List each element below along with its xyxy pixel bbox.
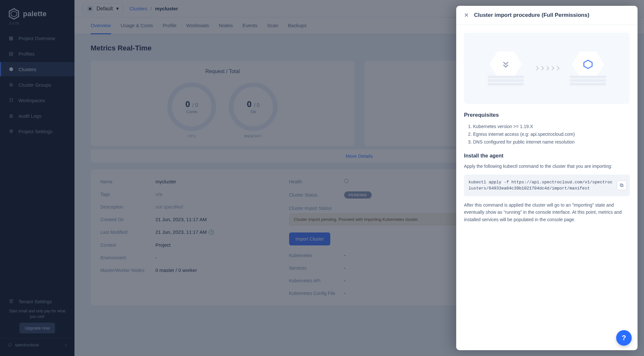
details-col-2: Health Cluster StatusPENDING Cluster Imp… [289, 179, 465, 296]
breadcrumb-root[interactable]: Clusters [130, 6, 147, 11]
code-block: kubectl apply -f https://api.spectroclou… [464, 175, 630, 196]
tab-overview[interactable]: Overview [91, 17, 111, 34]
tab-backups[interactable]: Backups [288, 17, 307, 34]
close-icon[interactable]: ✕ [464, 12, 469, 19]
tab-usage-costs[interactable]: Usage & Costs [121, 17, 153, 34]
sidebar-item-overview[interactable]: ▦Project Overview [0, 31, 74, 45]
sidebar-item-project-settings[interactable]: ⚙Project Settings [0, 124, 74, 138]
svg-rect-3 [621, 185, 623, 187]
app-root: palette 3.4.08 ▦Project Overview ▤Profil… [0, 0, 644, 356]
svg-marker-1 [11, 11, 17, 17]
workspace-icon: ☷ [8, 97, 14, 103]
upgrade-text: Start small and only pay for what you us… [6, 308, 68, 319]
copy-icon [619, 183, 624, 188]
grid-icon: ▦ [8, 35, 14, 41]
cluster-name-value: mycluster [155, 179, 176, 184]
drawer-title: Cluster import procedure (Full Permissio… [474, 12, 589, 18]
tab-workloads[interactable]: Workloads [186, 17, 209, 34]
svg-marker-2 [584, 60, 592, 69]
tab-nodes[interactable]: Nodes [219, 17, 233, 34]
chevron-left-icon: ‹ [65, 342, 66, 347]
gauge-cpu: 0 / 0 Cores CPU [167, 82, 216, 138]
status-badge: PENDING [344, 191, 372, 199]
group-icon: ⧉ [8, 82, 14, 88]
install-text: Apply the following kubectl command to t… [464, 163, 630, 170]
sidebar-item-clusters[interactable]: ⬢Clusters [0, 62, 74, 76]
import-status-banner: Cluster import pending. Proceed with imp… [289, 213, 465, 225]
after-text: After this command is applied the cluste… [464, 201, 630, 223]
import-drawer: ✕ Cluster import procedure (Full Permiss… [456, 6, 638, 350]
version-label: 3.4.08 [0, 21, 74, 31]
sidebar-item-tenant-settings[interactable]: ☰Tenant Settings [0, 294, 74, 308]
upgrade-box: Start small and only pay for what you us… [0, 308, 74, 338]
metric-panel-request-total: Request / Total 0 / 0 Cores CPU 0 / 0 [91, 60, 355, 146]
main-nav: ▦Project Overview ▤Profiles ⬢Clusters ⧉C… [0, 31, 74, 138]
brand: palette [0, 5, 74, 21]
cluster-icon: ⬢ [8, 66, 14, 72]
sidebar: palette 3.4.08 ▦Project Overview ▤Profil… [0, 0, 74, 356]
tab-events[interactable]: Events [243, 17, 257, 34]
gauge-memory: 0 / 0 Gb MEMORY [229, 82, 277, 138]
brand-name: palette [23, 10, 47, 18]
clock-icon: 🕑 [208, 229, 214, 235]
sidebar-item-cluster-groups[interactable]: ⧉Cluster Groups [0, 78, 74, 92]
tab-profile[interactable]: Profile [163, 17, 177, 34]
upgrade-button[interactable]: Upgrade now [19, 323, 55, 333]
import-cluster-button[interactable]: Import Cluster [289, 232, 331, 245]
sidebar-item-workspaces[interactable]: ☷Workspaces [0, 93, 74, 107]
tab-scan[interactable]: Scan [267, 17, 278, 34]
gear-icon: ⚙ [8, 128, 14, 134]
hex-icon: ⬡ [8, 342, 12, 347]
breadcrumb: Clusters / mycluster [130, 6, 178, 11]
log-icon: 🗎 [8, 113, 14, 119]
panel-head: Request / Total [99, 69, 346, 74]
sidebar-item-profiles[interactable]: ▤Profiles [0, 47, 74, 61]
project-selector[interactable]: ▣ Default ▾ [83, 3, 123, 14]
footer-org[interactable]: ⬡ spectrocloud ‹ [0, 338, 74, 351]
sliders-icon: ☰ [8, 298, 14, 304]
sidebar-item-audit-logs[interactable]: 🗎Audit Logs [0, 109, 74, 123]
details-col-1: Namemycluster Tagsn/a Descriptionnot spe… [100, 179, 276, 296]
prereq-list: Kubernetes version >= 1.19.X Egress inte… [464, 123, 630, 146]
illustration [464, 33, 630, 104]
chevron-down-icon: ▾ [116, 5, 119, 12]
svg-rect-4 [620, 184, 622, 186]
logo-icon [8, 8, 20, 20]
health-indicator [344, 179, 349, 183]
help-button[interactable]: ? [616, 330, 632, 346]
svg-marker-0 [9, 9, 19, 19]
layers-icon: ▤ [8, 51, 14, 57]
install-heading: Install the agent [464, 153, 630, 159]
breadcrumb-leaf: mycluster [155, 6, 178, 11]
prereq-heading: Prerequisites [464, 112, 630, 118]
project-badge-icon: ▣ [87, 5, 93, 12]
copy-button[interactable] [617, 180, 627, 190]
